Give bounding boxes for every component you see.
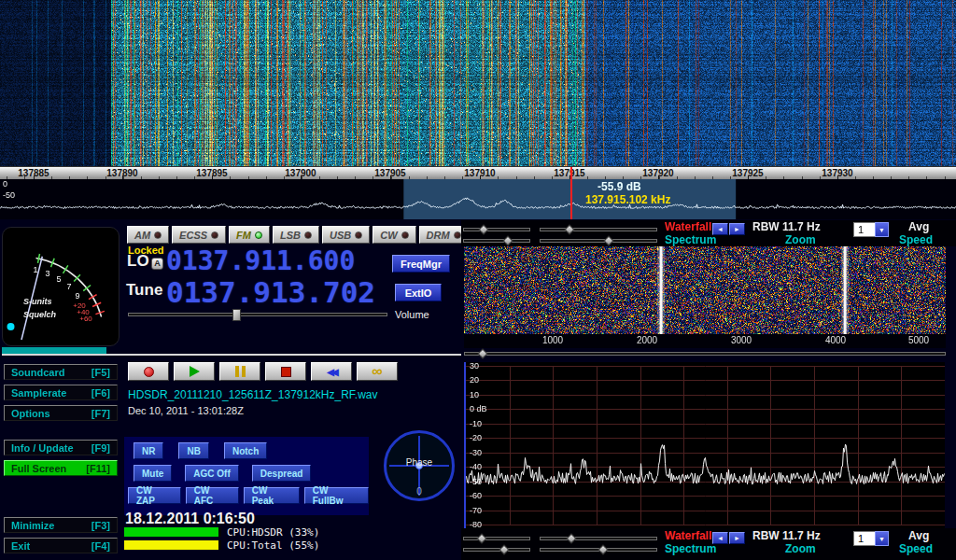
phase-label: Phase	[387, 457, 452, 468]
bottom-spectrum-tab[interactable]: Spectrum	[665, 543, 716, 555]
samplerate-button[interactable]: Samplerate [F6]	[4, 385, 118, 400]
af-axis: 1000 2000 3000 4000 5000	[464, 334, 946, 348]
despread-button[interactable]: Despread	[252, 465, 312, 482]
cw-peak-button[interactable]: CW Peak	[244, 487, 300, 504]
lo-frequency-display[interactable]: 0137.911.600	[166, 245, 355, 276]
mute-button[interactable]: Mute	[134, 465, 172, 482]
phase-value: 0	[387, 486, 452, 497]
slider-thumb[interactable]	[566, 533, 576, 543]
bottom-waterfall-tab[interactable]: Waterfall	[665, 530, 711, 542]
cw-fullbw-button[interactable]: CW FullBw	[304, 487, 369, 504]
left-arrow-icon[interactable]: ◄	[712, 532, 728, 544]
mode-fm-button[interactable]: FM	[229, 226, 270, 244]
svg-text:3: 3	[45, 269, 49, 278]
mode-cw-button[interactable]: CW	[373, 226, 415, 244]
rf-spectrum[interactable]	[0, 179, 956, 219]
bottom-spectrum-zoom-slider[interactable]	[540, 545, 657, 555]
slider-thumb[interactable]	[477, 348, 487, 358]
rf-waterfall[interactable]	[0, 0, 956, 166]
select-value: 1	[858, 533, 864, 544]
volume-slider[interactable]	[128, 310, 387, 320]
agc-button[interactable]: AGC Off	[185, 465, 238, 482]
rewind-button[interactable]: ◀◀	[311, 362, 352, 381]
record-button[interactable]	[128, 362, 169, 381]
af-waterfall[interactable]	[464, 246, 946, 334]
af-axis-label: 5000	[908, 335, 929, 345]
mode-led-icon	[255, 231, 262, 239]
play-icon	[190, 366, 200, 377]
mode-led-icon	[154, 231, 162, 239]
select-value: 1	[858, 224, 864, 235]
waterfall-upper-level-slider[interactable]	[463, 225, 530, 235]
stop-button[interactable]	[265, 362, 306, 381]
options-button[interactable]: Options [F7]	[4, 405, 118, 421]
slider-thumb[interactable]	[478, 224, 488, 234]
dropdown-arrow-icon[interactable]: ▼	[875, 531, 889, 546]
mode-am-button[interactable]: AM	[127, 226, 169, 244]
waterfall-tab[interactable]: Waterfall	[665, 221, 711, 233]
slider-thumb[interactable]	[564, 224, 574, 234]
db-tick: 10	[470, 390, 479, 399]
tune-frequency-display[interactable]: 0137.913.702	[166, 275, 375, 309]
nb-button[interactable]: NB	[178, 442, 208, 459]
lo-a-badge[interactable]: A	[151, 258, 163, 270]
mode-ecss-button[interactable]: ECSS	[172, 226, 226, 244]
volume-label: Volume	[395, 309, 429, 320]
notch-button[interactable]: Notch	[224, 442, 267, 459]
soundcard-button[interactable]: Soundcard [F5]	[4, 364, 118, 380]
dropdown-arrow-icon[interactable]: ▼	[875, 222, 889, 237]
svg-text:7: 7	[66, 282, 71, 291]
slider-thumb[interactable]	[598, 544, 608, 554]
bottom-zoom-label: Zoom	[785, 543, 816, 555]
frequency-scale[interactable]: 137885 137890 137895 137900 137905 13791…	[0, 166, 956, 179]
slider-thumb[interactable]	[499, 544, 509, 554]
avg-speed-select[interactable]: 1 ▼	[853, 222, 889, 237]
right-arrow-icon[interactable]: ►	[729, 223, 745, 235]
waterfall-lower-level-slider[interactable]	[463, 236, 530, 246]
db-tick: 30	[470, 361, 479, 371]
mode-led-icon	[401, 231, 409, 239]
bottom-waterfall-lower-level-slider[interactable]	[463, 545, 530, 555]
volume-slider-thumb[interactable]	[232, 309, 241, 321]
mode-led-icon	[211, 231, 218, 239]
spectrum-tab[interactable]: Spectrum	[665, 234, 716, 246]
slider-thumb[interactable]	[502, 235, 513, 245]
mode-usb-button[interactable]: USB	[322, 226, 370, 244]
waterfall-zoom-slider[interactable]	[540, 225, 657, 235]
mode-lsb-button[interactable]: LSB	[273, 226, 319, 244]
mode-led-icon	[454, 231, 461, 239]
db-tick: -60	[470, 491, 482, 500]
spectrum-zoom-slider[interactable]	[540, 236, 657, 246]
db-tick: -20	[470, 433, 482, 442]
squelch-bar[interactable]	[2, 347, 461, 356]
slider-thumb[interactable]	[476, 533, 486, 543]
right-arrow-icon[interactable]: ►	[729, 532, 745, 544]
bottom-waterfall-upper-level-slider[interactable]	[463, 534, 530, 544]
nr-button[interactable]: NR	[134, 442, 163, 459]
cw-zap-button[interactable]: CW ZAP	[128, 487, 181, 504]
freqmgr-button[interactable]: FreqMgr	[392, 255, 450, 273]
bottom-af-scroll-buttons: ◄ ►	[712, 532, 745, 544]
loop-button[interactable]: ∞	[357, 362, 398, 381]
play-button[interactable]	[174, 362, 215, 381]
exit-button[interactable]: Exit [F4]	[4, 538, 118, 553]
bottom-waterfall-zoom-slider[interactable]	[540, 534, 657, 544]
extio-button[interactable]: ExtIO	[395, 284, 442, 301]
cursor-line	[570, 167, 572, 219]
db-tick: -50	[470, 477, 482, 486]
recording-file-name: HDSDR_20111210_125611Z_137912kHz_RF.wav	[128, 389, 378, 401]
fullscreen-button[interactable]: Full Screen [F11]	[4, 460, 118, 476]
info-update-button[interactable]: Info / Update [F9]	[4, 440, 118, 455]
slider-thumb[interactable]	[603, 235, 613, 245]
cw-afc-button[interactable]: CW AFC	[186, 487, 239, 504]
zoom-label: Zoom	[785, 234, 816, 246]
af-scroll-slider[interactable]	[464, 349, 946, 359]
rf-db-label: 0	[3, 180, 7, 189]
db-tick: 20	[470, 375, 479, 385]
left-arrow-icon[interactable]: ◄	[712, 223, 728, 235]
bottom-avg-speed-select[interactable]: 1 ▼	[853, 531, 889, 546]
minimize-button[interactable]: Minimize [F3]	[4, 517, 118, 533]
af-spectrum[interactable]	[466, 362, 945, 528]
pause-button[interactable]	[219, 362, 260, 381]
squelch-marker-icon	[7, 323, 15, 330]
